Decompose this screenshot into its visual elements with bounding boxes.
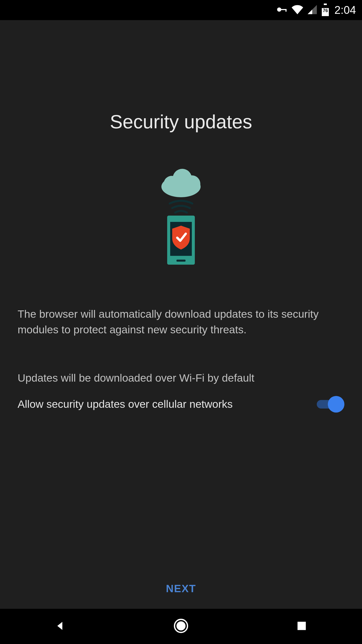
content: Security updates [0,20,362,569]
cellular-updates-toggle[interactable] [317,395,344,413]
footer-actions: NEXT [0,569,362,609]
wifi-icon [291,3,304,17]
battery-percent-label: 76 [323,8,328,13]
vpn-key-icon [276,3,288,17]
cellular-signal-icon [307,4,318,16]
cellular-updates-toggle-row: Allow security updates over cellular net… [18,395,344,413]
page-title: Security updates [18,111,344,133]
screen: Security updates [0,20,362,609]
svg-point-9 [183,175,200,192]
svg-rect-3 [324,4,327,5]
status-time: 2:04 [334,4,356,16]
home-circle-icon [173,618,189,635]
svg-rect-12 [176,260,186,262]
back-triangle-icon [54,620,66,633]
security-updates-illustration [18,165,344,266]
wifi-default-note: Updates will be downloaded over Wi-Fi by… [18,370,344,385]
cloud-icon [161,169,201,197]
nav-home-button[interactable] [171,616,191,636]
svg-point-14 [176,621,186,630]
status-icons: 76 2:04 [276,3,356,17]
cellular-updates-toggle-label: Allow security updates over cellular net… [18,398,317,410]
next-button[interactable]: NEXT [166,583,196,595]
description-text: The browser will automatically download … [18,306,344,338]
recents-square-icon [296,620,307,632]
svg-rect-15 [298,622,306,630]
svg-rect-2 [286,9,287,12]
signal-waves-icon [170,201,192,213]
status-bar: 76 2:04 [0,0,362,20]
navigation-bar [0,609,362,644]
nav-recents-button[interactable] [292,616,312,636]
nav-back-button[interactable] [50,616,70,636]
switch-thumb [328,396,344,413]
battery-icon: 76 [321,4,330,17]
svg-point-8 [164,176,180,192]
svg-rect-5 [322,5,329,8]
